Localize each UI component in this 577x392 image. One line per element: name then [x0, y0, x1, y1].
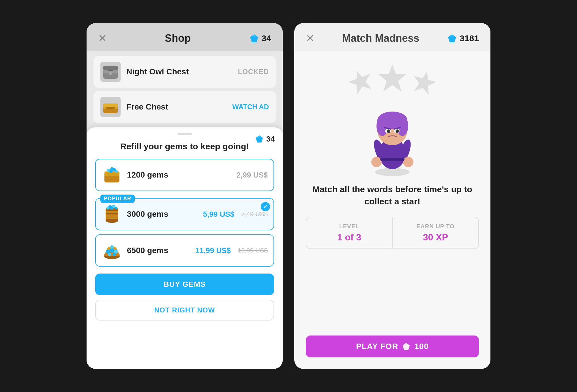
right-close-button[interactable]: ✕	[306, 33, 314, 44]
right-header: ✕ Match Madness 3181	[294, 23, 490, 51]
gem-package-1200[interactable]: 1200 gems 2,99 US$	[95, 159, 274, 191]
earn-label: EARN UP TO	[398, 223, 473, 230]
level-info-earn: EARN UP TO 30 XP	[393, 217, 478, 248]
svg-point-50	[397, 116, 408, 136]
right-content: Match all the words before time's up to …	[294, 51, 490, 369]
play-gem-icon	[402, 342, 411, 351]
modal-gems-badge: 34	[255, 134, 275, 144]
level-value: 1 of 3	[312, 232, 386, 243]
right-gems-count: 3181	[460, 33, 479, 43]
free-chest-name: Free Chest	[126, 102, 226, 112]
level-info-box: LEVEL 1 of 3 EARN UP TO 30 XP	[306, 217, 479, 249]
modal-gems-count: 34	[266, 135, 275, 144]
shop-item-free-chest[interactable]: Free Chest WATCH AD	[93, 91, 276, 123]
svg-marker-42	[346, 67, 375, 95]
gem-package-6500-price-sale: 11,99 US$	[195, 246, 231, 255]
svg-point-45	[375, 168, 410, 176]
svg-rect-11	[106, 107, 115, 109]
shop-title: Shop	[165, 32, 191, 44]
level-label: LEVEL	[312, 223, 386, 230]
gem-package-3000-price-sale: 5,99 US$	[203, 210, 234, 219]
gem-package-3000-icon	[102, 204, 122, 225]
play-cost: 100	[414, 342, 429, 351]
shop-gems-badge: 34	[249, 33, 271, 44]
svg-rect-24	[106, 219, 118, 221]
game-description: Match all the words before time's up to …	[306, 183, 479, 208]
svg-point-59	[371, 157, 382, 167]
modal-gem-icon	[255, 134, 264, 144]
svg-point-54	[396, 129, 399, 133]
sheet-handle	[177, 133, 192, 135]
gem-package-3000-price-old: 7,49 US$	[241, 210, 268, 218]
level-info-level: LEVEL 1 of 3	[306, 217, 393, 248]
svg-point-38	[113, 253, 116, 256]
gem-package-6500-icon	[102, 240, 122, 261]
right-gems-badge: 3181	[447, 33, 479, 44]
earn-value: 30 XP	[398, 232, 473, 243]
right-title: Match Madness	[342, 32, 419, 44]
svg-marker-43	[378, 65, 407, 92]
screens-container: ✕ Shop 34	[0, 0, 577, 392]
character-illustration	[361, 96, 424, 176]
star-2	[376, 63, 408, 95]
night-owl-chest-action: LOCKED	[238, 68, 269, 76]
gem-package-1200-price: 2,99 US$	[237, 171, 268, 180]
svg-rect-6	[103, 66, 118, 70]
stars-container	[348, 63, 437, 96]
gem-package-6500[interactable]: 6500 gems 11,99 US$ 15,99 US$	[95, 234, 274, 267]
night-owl-chest-name: Night Owl Chest	[126, 67, 232, 76]
gem-package-3000-name: 3000 gems	[127, 210, 198, 219]
svg-point-49	[376, 116, 388, 136]
refill-modal: 34 Refill your gems to keep going!	[87, 127, 283, 369]
svg-point-29	[106, 207, 109, 210]
svg-point-37	[108, 253, 111, 256]
gem-package-6500-price-old: 15,99 US$	[238, 247, 268, 254]
svg-rect-9	[103, 103, 118, 108]
play-btn-label: PLAY FOR	[356, 342, 398, 351]
shop-gems-count: 34	[262, 33, 271, 43]
gem-package-1200-icon	[102, 165, 122, 185]
svg-point-30	[115, 207, 117, 210]
gem-packages-list: 1200 gems 2,99 US$ POPULAR	[95, 159, 274, 267]
not-right-now-button[interactable]: NOT RIGHT NOW	[95, 300, 274, 321]
gem-package-1200-name: 1200 gems	[127, 170, 232, 180]
shop-close-button[interactable]: ✕	[98, 33, 107, 44]
popular-badge: POPULAR	[100, 195, 135, 203]
svg-point-5	[109, 72, 112, 75]
star-1	[344, 65, 377, 98]
free-chest-icon	[100, 97, 121, 117]
svg-point-53	[387, 129, 390, 133]
gem-package-6500-name: 6500 gems	[127, 246, 191, 255]
gem-package-3000[interactable]: POPULAR	[95, 198, 274, 230]
shop-list: Night Owl Chest LOCKED Free Chest WATCH …	[87, 51, 283, 127]
svg-rect-25	[106, 213, 118, 214]
modal-title: Refill your gems to keep going!	[95, 141, 274, 152]
character-container	[358, 96, 427, 176]
svg-marker-62	[403, 343, 410, 350]
svg-marker-44	[410, 68, 438, 96]
svg-point-20	[110, 167, 113, 170]
right-gem-icon	[447, 33, 457, 44]
svg-point-35	[110, 248, 114, 253]
svg-point-39	[110, 245, 114, 249]
shop-item-night-owl[interactable]: Night Owl Chest LOCKED	[93, 56, 276, 88]
shop-header: ✕ Shop 34	[87, 23, 283, 51]
svg-rect-61	[380, 158, 404, 161]
svg-point-28	[110, 207, 113, 210]
free-chest-action[interactable]: WATCH AD	[232, 103, 269, 111]
svg-point-19	[115, 170, 118, 173]
selected-check-icon: ✓	[261, 202, 270, 211]
buy-gems-button[interactable]: BUY GEMS	[95, 274, 274, 295]
svg-point-60	[403, 157, 413, 167]
svg-point-18	[107, 169, 110, 172]
shop-gem-icon	[249, 33, 259, 44]
right-screen: ✕ Match Madness 3181	[294, 23, 490, 369]
left-screen: ✕ Shop 34	[87, 23, 283, 369]
play-for-button[interactable]: PLAY FOR 100	[306, 336, 479, 357]
night-owl-chest-icon	[100, 62, 121, 82]
star-3	[408, 67, 440, 99]
